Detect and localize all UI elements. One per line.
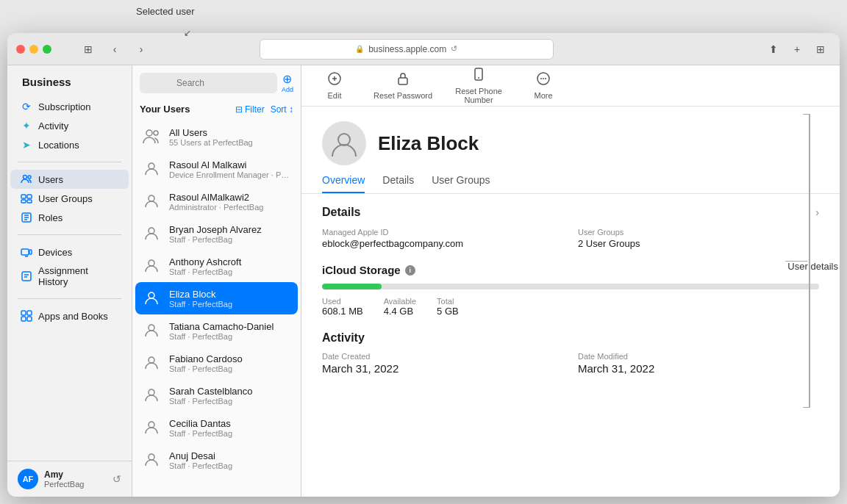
- footer-name: Amy: [44, 469, 107, 480]
- date-modified-field: Date Modified March 31, 2022: [578, 352, 819, 375]
- tab-user-groups[interactable]: User Groups: [432, 174, 490, 193]
- filter-label: Filter: [245, 104, 265, 115]
- user-avatar-icon: [141, 288, 162, 309]
- annotation-user-details: User details: [787, 261, 838, 272]
- sidebar-toggle-button[interactable]: ⊞: [78, 41, 99, 57]
- user-role: Staff · PerfectBag: [169, 300, 292, 309]
- add-button[interactable]: ⊕ Add: [282, 73, 293, 93]
- sidebar-item-subscription[interactable]: ⟳ Subscription: [10, 97, 129, 116]
- sidebar-item-devices[interactable]: Devices: [10, 242, 129, 262]
- user-info: Rasoul AlMalkawi2 Administrator · Perfec…: [169, 192, 292, 212]
- back-button[interactable]: ‹: [104, 41, 125, 57]
- svg-rect-10: [21, 311, 26, 315]
- search-input[interactable]: [159, 73, 271, 93]
- tab-details[interactable]: Details: [382, 174, 414, 193]
- svg-rect-4: [21, 200, 26, 203]
- list-item[interactable]: Cecilia Dantas Staff · PerfectBag: [132, 411, 301, 444]
- user-large-avatar: [322, 121, 366, 165]
- minimize-button[interactable]: [29, 45, 38, 54]
- sidebar-footer: AF Amy PerfectBag ↺: [7, 461, 132, 497]
- icloud-title: iCloud Storage i: [322, 264, 819, 276]
- sort-button[interactable]: Sort ↕: [271, 104, 293, 115]
- details-grid: Managed Apple ID eblock@perfectbagcompan…: [322, 228, 819, 249]
- sidebar-divider-2: [18, 234, 121, 235]
- locations-icon: ➤: [21, 139, 32, 151]
- detail-tabs: Overview Details User Groups: [301, 165, 840, 194]
- sidebar-item-user-groups[interactable]: User Groups: [10, 189, 129, 208]
- sidebar-item-apps-books[interactable]: Apps and Books: [10, 306, 129, 325]
- list-item[interactable]: Anthony Ashcroft Staff · PerfectBag: [132, 250, 301, 282]
- total-value: 5 GB: [437, 306, 459, 317]
- svg-rect-2: [21, 195, 26, 198]
- edit-action[interactable]: Edit: [316, 71, 353, 100]
- sidebar-item-users[interactable]: Users: [10, 170, 129, 189]
- list-item[interactable]: Sarah Castelblanco Staff · PerfectBag: [132, 379, 301, 411]
- grid-button[interactable]: ⊞: [810, 41, 831, 57]
- all-users-name: All Users: [169, 127, 292, 138]
- sync-icon[interactable]: ↺: [112, 473, 121, 485]
- app-area: Business ⟳ Subscription ✦ Activity ➤ Loc…: [7, 65, 840, 497]
- new-tab-button[interactable]: +: [787, 41, 807, 57]
- sidebar-section-apps: Apps and Books: [7, 303, 132, 328]
- url-bar[interactable]: 🔒 business.apple.com ↺: [260, 39, 554, 60]
- list-item[interactable]: Rasoul Al Malkawi Device Enrollment Mana…: [132, 153, 301, 185]
- list-item[interactable]: Bryan Joseph Alvarez Staff · PerfectBag: [132, 217, 301, 250]
- annotation-bracket-mid: [785, 261, 807, 262]
- maximize-button[interactable]: [43, 45, 51, 54]
- refresh-icon[interactable]: ↺: [451, 44, 457, 54]
- list-item[interactable]: Fabiano Cardoso Staff · PerfectBag: [132, 347, 301, 379]
- date-modified-label: Date Modified: [578, 352, 819, 361]
- storage-available-stat: Available 4.4 GB: [384, 297, 416, 317]
- user-avatar: AF: [18, 469, 38, 489]
- svg-rect-7: [21, 249, 29, 255]
- user-info: Anthony Ashcroft Staff · PerfectBag: [169, 256, 292, 276]
- user-list-panel: 🔍 ⊕ Add Your Users: [132, 65, 301, 497]
- all-users-count: 55 Users at PerfectBag: [169, 138, 292, 147]
- svg-point-23: [149, 389, 154, 395]
- info-icon[interactable]: i: [405, 265, 415, 276]
- storage-bar: [322, 284, 819, 289]
- available-value: 4.4 GB: [384, 306, 416, 317]
- icloud-title-text: iCloud Storage: [322, 264, 401, 276]
- all-users-item[interactable]: All Users 55 Users at PerfectBag: [132, 120, 301, 153]
- traffic-lights: [16, 45, 51, 54]
- used-label: Used: [322, 297, 363, 306]
- list-item-selected[interactable]: Eliza Block Staff · PerfectBag: [135, 282, 298, 314]
- storage-used-bar: [322, 284, 382, 289]
- activity-grid: Date Created March 31, 2022 Date Modifie…: [322, 352, 819, 375]
- available-label: Available: [384, 297, 416, 306]
- close-button[interactable]: [16, 45, 25, 54]
- user-info: Anuj Desai Staff · PerfectBag: [169, 450, 292, 470]
- assignment-icon: [21, 270, 32, 282]
- more-action[interactable]: More: [525, 71, 562, 100]
- more-icon: [536, 71, 551, 90]
- sidebar-item-assignment-history[interactable]: Assignment History: [10, 262, 129, 291]
- sidebar-item-roles[interactable]: Roles: [10, 208, 129, 227]
- svg-point-1: [28, 176, 31, 179]
- annotation-bracket: [809, 114, 810, 408]
- list-item[interactable]: Rasoul AlMalkawi2 Administrator · Perfec…: [132, 185, 301, 217]
- sidebar-item-activity[interactable]: ✦ Activity: [10, 116, 129, 135]
- storage-stats: Used 608.1 MB Available 4.4 GB Total 5 G…: [322, 297, 819, 317]
- svg-rect-8: [29, 250, 32, 254]
- svg-rect-11: [27, 311, 32, 315]
- forward-button[interactable]: ›: [131, 41, 151, 57]
- share-button[interactable]: ⬆: [763, 41, 784, 57]
- tab-overview[interactable]: Overview: [322, 174, 365, 193]
- user-name: Eliza Block: [169, 289, 292, 300]
- your-users-label: Your Users: [140, 104, 190, 115]
- reset-phone-action[interactable]: Reset Phone Number: [453, 67, 504, 104]
- managed-apple-id-value: eblock@perfectbagcompany.com: [322, 238, 563, 249]
- reset-password-action[interactable]: Reset Password: [374, 71, 432, 100]
- sidebar-item-locations[interactable]: ➤ Locations: [10, 135, 129, 154]
- apps-books-icon: [21, 310, 32, 322]
- roles-icon: [21, 212, 32, 223]
- user-role: Administrator · PerfectBag: [169, 203, 292, 212]
- list-item[interactable]: Tatiana Camacho-Daniel Staff · PerfectBa…: [132, 314, 301, 347]
- chevron-right-icon[interactable]: ›: [815, 206, 819, 218]
- list-item[interactable]: Anuj Desai Staff · PerfectBag: [132, 444, 301, 476]
- filter-button[interactable]: ⊟ Filter: [235, 104, 265, 115]
- user-avatar-icon: [141, 417, 162, 438]
- user-name: Cecilia Dantas: [169, 418, 292, 429]
- svg-point-21: [149, 325, 154, 331]
